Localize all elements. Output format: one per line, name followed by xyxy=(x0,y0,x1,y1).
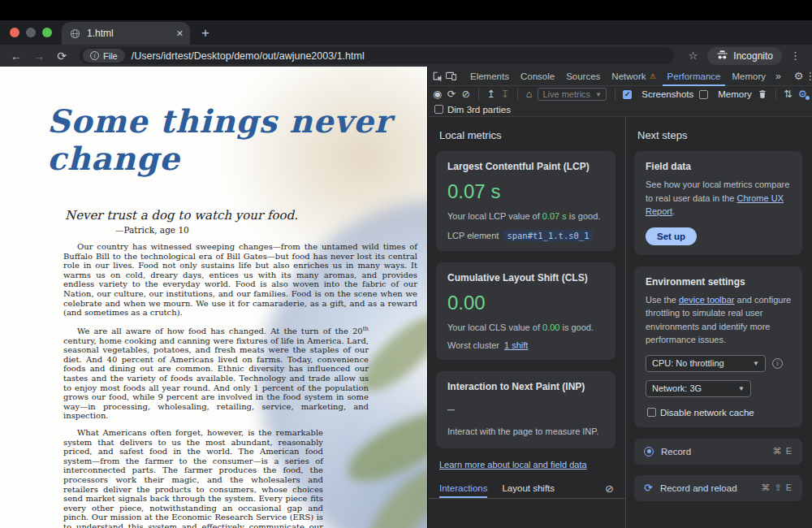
worst-cluster-label: Worst cluster xyxy=(447,340,499,350)
record-label: Record xyxy=(661,447,691,457)
cls-description: Your local CLS value of 0.00 is good. xyxy=(447,321,606,335)
new-tab-button[interactable]: + xyxy=(190,25,221,45)
record-reload-icon[interactable]: ⟳ xyxy=(447,89,456,100)
field-data-text: See how your local metrics compare to re… xyxy=(646,178,793,219)
home-icon[interactable]: ⌂ xyxy=(526,89,533,100)
devtools-settings-icon[interactable]: ⚙ xyxy=(794,70,804,82)
chevron-down-icon: ▼ xyxy=(732,385,745,392)
dim-3rd-parties-label: Dim 3rd parties xyxy=(447,105,511,115)
inspect-element-icon[interactable] xyxy=(431,67,443,85)
memory-checkbox[interactable] xyxy=(699,90,708,99)
record-icon xyxy=(644,447,654,457)
browser-menu-icon[interactable]: ⋮ xyxy=(785,50,806,62)
devtools-menu-icon[interactable]: ⋮ xyxy=(805,70,812,82)
browser-tab[interactable]: 1.html ✕ xyxy=(62,22,190,45)
cpu-info-icon[interactable]: i xyxy=(772,358,783,369)
forward-icon[interactable]: → xyxy=(29,50,49,63)
record-and-reload-label: Record and reload xyxy=(660,483,737,493)
quote-attribution: —Patrick, age 10 xyxy=(115,225,427,235)
more-tabs-icon[interactable]: » xyxy=(772,71,784,82)
bookmark-star-icon[interactable]: ☆ xyxy=(682,50,705,62)
history-select[interactable]: Live metrics ▼ xyxy=(538,88,606,101)
minimize-window-button[interactable] xyxy=(26,28,36,37)
screenshots-label: Screenshots xyxy=(641,89,693,99)
traffic-lights xyxy=(0,28,62,45)
incognito-badge: Incognito xyxy=(707,47,782,65)
back-icon[interactable]: ← xyxy=(6,50,26,63)
screenshots-checkbox[interactable]: ✓ xyxy=(623,90,632,99)
url-bar[interactable]: i File /Users/idrtest/Desktop/demo/out/a… xyxy=(80,47,674,64)
capture-settings-icon[interactable]: ⚙ xyxy=(798,89,807,100)
tab-elements[interactable]: Elements xyxy=(465,67,514,86)
devtools-tab-bar: Elements Console Sources Network⚠ Perfor… xyxy=(428,67,812,86)
inp-card: Interaction to Next Paint (INP) – Intera… xyxy=(436,371,615,448)
record-and-reload-shortcut: ⌘ ⇧ E xyxy=(761,483,793,493)
field-data-card: Field data See how your local metrics co… xyxy=(634,151,802,255)
environment-settings-title: Environment settings xyxy=(646,276,793,288)
window-titlebar xyxy=(0,0,812,20)
environment-settings-card: Environment settings Use the device tool… xyxy=(634,266,802,427)
url-text: /Users/idrtest/Desktop/demo/out/awjune20… xyxy=(132,50,365,62)
lcp-card: Largest Contentful Paint (LCP) 0.07 s Yo… xyxy=(436,151,615,251)
browser-window: 1.html ✕ + ← → ⟳ i File /Users/idrtest/D… xyxy=(0,0,812,528)
file-scheme-chip[interactable]: i File xyxy=(83,49,125,63)
record-shortcut: ⌘ E xyxy=(773,446,793,457)
network-throttling-select[interactable]: Network: 3G ▼ xyxy=(646,380,751,397)
cpu-throttling-select[interactable]: CPU: No throttling ▼ xyxy=(646,355,766,372)
address-toolbar: ← → ⟳ i File /Users/idrtest/Desktop/demo… xyxy=(0,45,812,67)
memory-label: Memory xyxy=(718,89,752,99)
tab-layout-shifts[interactable]: Layout shifts xyxy=(502,478,555,498)
adjust-panels-icon[interactable]: ⇅ xyxy=(784,89,792,100)
lcp-description: Your local LCP value of 0.07 s is good. xyxy=(447,210,606,223)
set-up-button[interactable]: Set up xyxy=(646,227,697,245)
disable-cache-checkbox[interactable] xyxy=(647,408,656,417)
lcp-value: 0.07 s xyxy=(447,180,606,203)
tab-sources[interactable]: Sources xyxy=(561,67,605,86)
tab-console[interactable]: Console xyxy=(516,67,559,86)
cls-value: 0.00 xyxy=(447,292,606,314)
tab-strip: 1.html ✕ + xyxy=(0,20,812,45)
clear-icon[interactable]: ⊘ xyxy=(461,89,469,100)
network-warning-icon: ⚠ xyxy=(650,72,656,80)
dim-3rd-parties-checkbox[interactable] xyxy=(434,105,443,114)
record-button[interactable]: Record ⌘ E xyxy=(634,439,802,465)
page-info-icon: i xyxy=(90,51,99,60)
article-quote: Never trust a dog to watch your food. xyxy=(65,208,427,223)
tab-network[interactable]: Network⚠ xyxy=(607,67,660,86)
device-toolbar-icon[interactable] xyxy=(445,67,457,85)
device-toolbar-link[interactable]: device toolbar xyxy=(679,295,735,305)
local-metrics-heading: Local metrics xyxy=(439,129,625,141)
paragraph: We are all aware of how food has changed… xyxy=(63,325,369,421)
zoom-window-button[interactable] xyxy=(42,28,52,37)
record-and-reload-button[interactable]: ⟳ Record and reload ⌘ ⇧ E xyxy=(634,475,802,501)
tab-memory[interactable]: Memory xyxy=(727,67,771,86)
incognito-icon xyxy=(716,50,728,61)
tab-title: 1.html xyxy=(87,28,170,39)
tab-performance[interactable]: Performance xyxy=(663,67,726,86)
disable-cache-label: Disable network cache xyxy=(660,408,754,418)
paragraph: What Americans often forget, however, is… xyxy=(63,428,323,528)
article-title: Some things never change xyxy=(47,102,427,177)
chevron-down-icon: ▼ xyxy=(595,91,602,98)
inp-description: Interact with the page to measure INP. xyxy=(447,425,606,439)
worst-cluster-link[interactable]: 1 shift xyxy=(504,340,528,350)
next-steps-heading: Next steps xyxy=(637,129,812,141)
save-profile-icon[interactable]: ↧ xyxy=(501,89,509,100)
incognito-label: Incognito xyxy=(733,50,773,62)
tab-interactions[interactable]: Interactions xyxy=(439,478,487,498)
learn-more-link[interactable]: Learn more about local and field data xyxy=(439,460,625,470)
reload-icon[interactable]: ⟳ xyxy=(52,50,71,63)
field-data-title: Field data xyxy=(646,161,793,172)
inp-title: Interaction to Next Paint (INP) xyxy=(447,381,606,392)
load-profile-icon[interactable]: ↥ xyxy=(486,89,495,100)
collect-garbage-icon[interactable] xyxy=(758,85,767,103)
cls-card: Cumulative Layout Shift (CLS) 0.00 Your … xyxy=(436,262,615,361)
clear-log-icon[interactable]: ⊘ xyxy=(605,483,614,495)
record-icon[interactable]: ◉ xyxy=(433,89,442,100)
toolbar-options-row: Dim 3rd parties xyxy=(428,102,812,117)
performance-toolbar: ◉ ⟳ ⊘ ↥ ↧ ⌂ Live metrics ▼ ✓ Screenshots… xyxy=(428,86,812,102)
close-window-button[interactable] xyxy=(10,28,19,37)
tab-close-icon[interactable]: ✕ xyxy=(176,28,184,39)
inp-value: – xyxy=(447,402,606,417)
lcp-element-link[interactable]: span#t1_1.t.s0_1 xyxy=(503,230,592,241)
